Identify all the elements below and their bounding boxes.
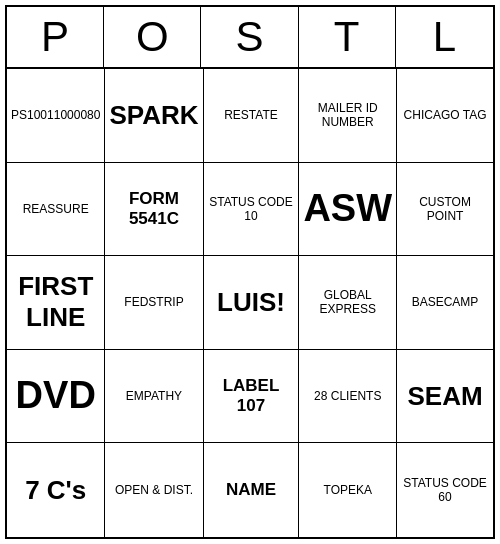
grid-cell-1-2: STATUS CODE 10	[204, 163, 300, 257]
grid-cell-4-2: NAME	[204, 443, 300, 537]
grid-cell-3-2: LABEL 107	[204, 350, 300, 444]
grid-cell-0-0: PS10011000080	[7, 69, 105, 163]
grid-cell-0-4: CHICAGO TAG	[397, 69, 493, 163]
grid-cell-1-1: FORM 5541C	[105, 163, 203, 257]
grid-cell-2-2: LUIS!	[204, 256, 300, 350]
grid-cell-3-1: EMPATHY	[105, 350, 203, 444]
grid-cell-2-0: FIRST LINE	[7, 256, 105, 350]
grid-cell-4-4: STATUS CODE 60	[397, 443, 493, 537]
header-letter: L	[396, 7, 493, 67]
grid-cell-3-3: 28 CLIENTS	[299, 350, 397, 444]
grid-cell-2-3: GLOBAL EXPRESS	[299, 256, 397, 350]
bingo-header: POSTL	[7, 7, 493, 69]
grid-cell-4-0: 7 C's	[7, 443, 105, 537]
header-letter: S	[201, 7, 298, 67]
grid-cell-3-0: DVD	[7, 350, 105, 444]
grid-cell-4-1: OPEN & DIST.	[105, 443, 203, 537]
header-letter: P	[7, 7, 104, 67]
bingo-card: POSTL PS10011000080SPARKRESTATEMAILER ID…	[5, 5, 495, 539]
grid-cell-3-4: SEAM	[397, 350, 493, 444]
grid-cell-2-4: BASECAMP	[397, 256, 493, 350]
grid-cell-1-0: REASSURE	[7, 163, 105, 257]
bingo-grid: PS10011000080SPARKRESTATEMAILER ID NUMBE…	[7, 69, 493, 537]
grid-cell-0-2: RESTATE	[204, 69, 300, 163]
header-letter: O	[104, 7, 201, 67]
grid-cell-2-1: FEDSTRIP	[105, 256, 203, 350]
grid-cell-0-3: MAILER ID NUMBER	[299, 69, 397, 163]
grid-cell-4-3: TOPEKA	[299, 443, 397, 537]
grid-cell-0-1: SPARK	[105, 69, 203, 163]
grid-cell-1-4: CUSTOM POINT	[397, 163, 493, 257]
header-letter: T	[299, 7, 396, 67]
grid-cell-1-3: ASW	[299, 163, 397, 257]
